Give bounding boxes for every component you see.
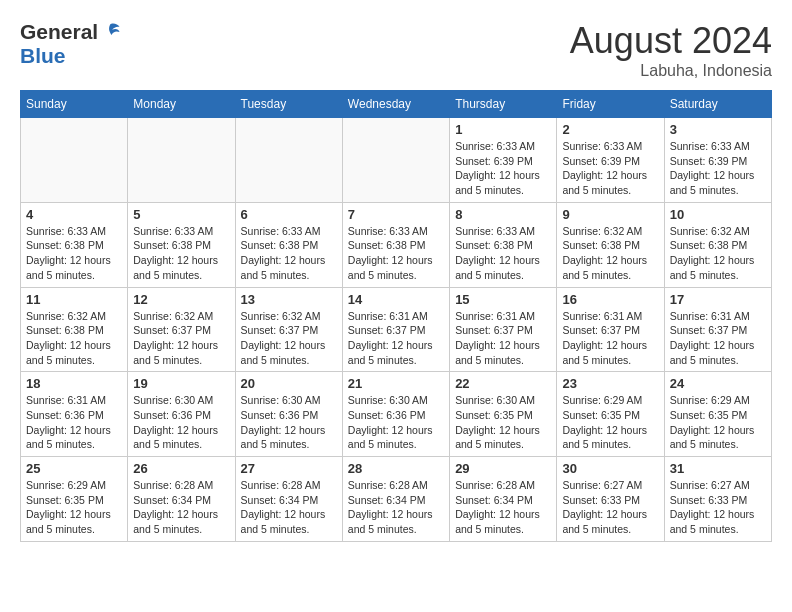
calendar-cell: 23Sunrise: 6:29 AM Sunset: 6:35 PM Dayli… <box>557 372 664 457</box>
day-number: 7 <box>348 207 444 222</box>
calendar-cell: 31Sunrise: 6:27 AM Sunset: 6:33 PM Dayli… <box>664 457 771 542</box>
day-number: 26 <box>133 461 229 476</box>
day-info: Sunrise: 6:33 AM Sunset: 6:38 PM Dayligh… <box>348 224 444 283</box>
calendar-cell: 29Sunrise: 6:28 AM Sunset: 6:34 PM Dayli… <box>450 457 557 542</box>
location-title: Labuha, Indonesia <box>570 62 772 80</box>
calendar-cell: 28Sunrise: 6:28 AM Sunset: 6:34 PM Dayli… <box>342 457 449 542</box>
day-number: 5 <box>133 207 229 222</box>
day-number: 15 <box>455 292 551 307</box>
weekday-header: Friday <box>557 91 664 118</box>
day-info: Sunrise: 6:31 AM Sunset: 6:37 PM Dayligh… <box>562 309 658 368</box>
calendar-week-row: 11Sunrise: 6:32 AM Sunset: 6:38 PM Dayli… <box>21 287 772 372</box>
day-number: 10 <box>670 207 766 222</box>
title-block: August 2024 Labuha, Indonesia <box>570 20 772 80</box>
day-info: Sunrise: 6:33 AM Sunset: 6:38 PM Dayligh… <box>455 224 551 283</box>
page-header: General Blue August 2024 Labuha, Indones… <box>20 20 772 80</box>
day-number: 4 <box>26 207 122 222</box>
day-info: Sunrise: 6:29 AM Sunset: 6:35 PM Dayligh… <box>562 393 658 452</box>
weekday-header: Sunday <box>21 91 128 118</box>
calendar-cell: 12Sunrise: 6:32 AM Sunset: 6:37 PM Dayli… <box>128 287 235 372</box>
day-number: 21 <box>348 376 444 391</box>
day-info: Sunrise: 6:31 AM Sunset: 6:37 PM Dayligh… <box>670 309 766 368</box>
day-info: Sunrise: 6:30 AM Sunset: 6:36 PM Dayligh… <box>241 393 337 452</box>
calendar-cell: 4Sunrise: 6:33 AM Sunset: 6:38 PM Daylig… <box>21 202 128 287</box>
month-title: August 2024 <box>570 20 772 62</box>
day-number: 25 <box>26 461 122 476</box>
day-number: 30 <box>562 461 658 476</box>
calendar-cell: 24Sunrise: 6:29 AM Sunset: 6:35 PM Dayli… <box>664 372 771 457</box>
day-info: Sunrise: 6:30 AM Sunset: 6:36 PM Dayligh… <box>348 393 444 452</box>
calendar-cell: 18Sunrise: 6:31 AM Sunset: 6:36 PM Dayli… <box>21 372 128 457</box>
day-number: 6 <box>241 207 337 222</box>
calendar-cell <box>128 118 235 203</box>
day-info: Sunrise: 6:33 AM Sunset: 6:38 PM Dayligh… <box>26 224 122 283</box>
day-number: 23 <box>562 376 658 391</box>
day-info: Sunrise: 6:32 AM Sunset: 6:37 PM Dayligh… <box>133 309 229 368</box>
day-number: 24 <box>670 376 766 391</box>
day-number: 19 <box>133 376 229 391</box>
day-number: 3 <box>670 122 766 137</box>
calendar-cell: 10Sunrise: 6:32 AM Sunset: 6:38 PM Dayli… <box>664 202 771 287</box>
calendar-cell: 22Sunrise: 6:30 AM Sunset: 6:35 PM Dayli… <box>450 372 557 457</box>
calendar-cell: 2Sunrise: 6:33 AM Sunset: 6:39 PM Daylig… <box>557 118 664 203</box>
logo: General Blue <box>20 20 121 68</box>
calendar-cell: 7Sunrise: 6:33 AM Sunset: 6:38 PM Daylig… <box>342 202 449 287</box>
day-number: 29 <box>455 461 551 476</box>
day-info: Sunrise: 6:28 AM Sunset: 6:34 PM Dayligh… <box>133 478 229 537</box>
day-number: 27 <box>241 461 337 476</box>
day-info: Sunrise: 6:33 AM Sunset: 6:38 PM Dayligh… <box>133 224 229 283</box>
weekday-header-row: SundayMondayTuesdayWednesdayThursdayFrid… <box>21 91 772 118</box>
day-number: 8 <box>455 207 551 222</box>
day-info: Sunrise: 6:29 AM Sunset: 6:35 PM Dayligh… <box>26 478 122 537</box>
calendar-cell: 6Sunrise: 6:33 AM Sunset: 6:38 PM Daylig… <box>235 202 342 287</box>
day-info: Sunrise: 6:31 AM Sunset: 6:37 PM Dayligh… <box>455 309 551 368</box>
day-number: 17 <box>670 292 766 307</box>
weekday-header: Wednesday <box>342 91 449 118</box>
day-info: Sunrise: 6:33 AM Sunset: 6:39 PM Dayligh… <box>670 139 766 198</box>
calendar-cell: 9Sunrise: 6:32 AM Sunset: 6:38 PM Daylig… <box>557 202 664 287</box>
day-number: 22 <box>455 376 551 391</box>
day-info: Sunrise: 6:28 AM Sunset: 6:34 PM Dayligh… <box>455 478 551 537</box>
day-number: 2 <box>562 122 658 137</box>
calendar-cell <box>342 118 449 203</box>
calendar-cell: 25Sunrise: 6:29 AM Sunset: 6:35 PM Dayli… <box>21 457 128 542</box>
day-number: 9 <box>562 207 658 222</box>
calendar-week-row: 4Sunrise: 6:33 AM Sunset: 6:38 PM Daylig… <box>21 202 772 287</box>
calendar-cell: 16Sunrise: 6:31 AM Sunset: 6:37 PM Dayli… <box>557 287 664 372</box>
calendar-cell: 15Sunrise: 6:31 AM Sunset: 6:37 PM Dayli… <box>450 287 557 372</box>
day-info: Sunrise: 6:28 AM Sunset: 6:34 PM Dayligh… <box>348 478 444 537</box>
calendar-table: SundayMondayTuesdayWednesdayThursdayFrid… <box>20 90 772 542</box>
weekday-header: Saturday <box>664 91 771 118</box>
logo-blue: Blue <box>20 44 66 67</box>
calendar-cell: 5Sunrise: 6:33 AM Sunset: 6:38 PM Daylig… <box>128 202 235 287</box>
calendar-cell: 8Sunrise: 6:33 AM Sunset: 6:38 PM Daylig… <box>450 202 557 287</box>
day-number: 13 <box>241 292 337 307</box>
calendar-cell: 13Sunrise: 6:32 AM Sunset: 6:37 PM Dayli… <box>235 287 342 372</box>
weekday-header: Monday <box>128 91 235 118</box>
day-info: Sunrise: 6:30 AM Sunset: 6:36 PM Dayligh… <box>133 393 229 452</box>
day-info: Sunrise: 6:30 AM Sunset: 6:35 PM Dayligh… <box>455 393 551 452</box>
day-info: Sunrise: 6:33 AM Sunset: 6:38 PM Dayligh… <box>241 224 337 283</box>
day-info: Sunrise: 6:31 AM Sunset: 6:37 PM Dayligh… <box>348 309 444 368</box>
calendar-week-row: 18Sunrise: 6:31 AM Sunset: 6:36 PM Dayli… <box>21 372 772 457</box>
day-number: 18 <box>26 376 122 391</box>
day-number: 16 <box>562 292 658 307</box>
calendar-cell: 19Sunrise: 6:30 AM Sunset: 6:36 PM Dayli… <box>128 372 235 457</box>
day-info: Sunrise: 6:27 AM Sunset: 6:33 PM Dayligh… <box>562 478 658 537</box>
calendar-week-row: 25Sunrise: 6:29 AM Sunset: 6:35 PM Dayli… <box>21 457 772 542</box>
day-number: 14 <box>348 292 444 307</box>
day-info: Sunrise: 6:33 AM Sunset: 6:39 PM Dayligh… <box>562 139 658 198</box>
calendar-cell: 20Sunrise: 6:30 AM Sunset: 6:36 PM Dayli… <box>235 372 342 457</box>
calendar-cell: 11Sunrise: 6:32 AM Sunset: 6:38 PM Dayli… <box>21 287 128 372</box>
calendar-week-row: 1Sunrise: 6:33 AM Sunset: 6:39 PM Daylig… <box>21 118 772 203</box>
day-number: 20 <box>241 376 337 391</box>
day-info: Sunrise: 6:27 AM Sunset: 6:33 PM Dayligh… <box>670 478 766 537</box>
day-info: Sunrise: 6:31 AM Sunset: 6:36 PM Dayligh… <box>26 393 122 452</box>
logo-general: General <box>20 20 98 44</box>
calendar-cell: 30Sunrise: 6:27 AM Sunset: 6:33 PM Dayli… <box>557 457 664 542</box>
day-info: Sunrise: 6:32 AM Sunset: 6:37 PM Dayligh… <box>241 309 337 368</box>
logo-bird-icon <box>99 21 121 43</box>
day-info: Sunrise: 6:29 AM Sunset: 6:35 PM Dayligh… <box>670 393 766 452</box>
day-number: 1 <box>455 122 551 137</box>
day-info: Sunrise: 6:32 AM Sunset: 6:38 PM Dayligh… <box>670 224 766 283</box>
